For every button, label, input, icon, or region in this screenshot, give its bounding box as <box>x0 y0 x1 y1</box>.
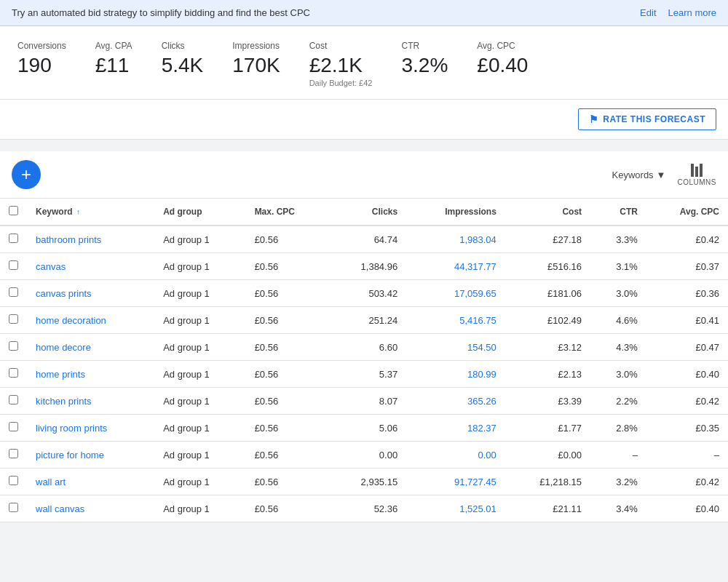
checkbox-6[interactable] <box>9 395 18 404</box>
max-cpc-cell-9: £0.56 <box>246 469 329 495</box>
checkbox-7[interactable] <box>9 422 18 431</box>
keyword-cell-2[interactable]: canvas prints <box>27 280 154 307</box>
impressions-cell-3[interactable]: 5,416.75 <box>406 307 505 334</box>
impressions-cell-9[interactable]: 91,727.45 <box>406 469 505 495</box>
stat-value: £2.1K <box>309 54 373 77</box>
stat-label: Avg. CPC <box>477 41 528 51</box>
impressions-cell-8[interactable]: 0.00 <box>406 442 505 469</box>
ctr-cell-8: – <box>590 442 646 469</box>
impressions-cell-4[interactable]: 154.50 <box>406 334 505 361</box>
checkbox-3[interactable] <box>9 314 18 324</box>
impressions-cell-7[interactable]: 182.37 <box>406 415 505 442</box>
checkbox-0[interactable] <box>9 234 18 243</box>
stat-value: 170K <box>232 54 280 77</box>
stats-row: Conversions 190 Avg. CPA £11 Clicks 5.4K… <box>17 41 711 87</box>
clicks-cell-9: 2,935.15 <box>328 469 406 495</box>
col-header-8[interactable]: Avg. CPC <box>646 199 728 226</box>
table-row: living room printsAd group 1£0.565.06182… <box>0 415 728 442</box>
col-header-2[interactable]: Ad group <box>154 199 245 226</box>
ctr-cell-3: 4.6% <box>590 307 646 334</box>
columns-button[interactable]: COLUMNS <box>677 164 716 186</box>
ctr-cell-9: 3.2% <box>590 469 646 495</box>
col-header-1[interactable]: Keyword ↑ <box>27 199 154 226</box>
max-cpc-cell-1: £0.56 <box>246 253 329 280</box>
ad-group-cell-6: Ad group 1 <box>154 388 245 415</box>
max-cpc-cell-3: £0.56 <box>246 307 329 334</box>
impressions-cell-1[interactable]: 44,317.77 <box>406 253 505 280</box>
keyword-cell-8[interactable]: picture for home <box>27 442 154 469</box>
edit-link[interactable]: Edit <box>640 7 656 18</box>
impressions-cell-10[interactable]: 1,525.01 <box>406 495 505 522</box>
row-checkbox-8 <box>0 442 27 469</box>
forecast-row: ⚑ RATE THIS FORECAST <box>0 100 728 140</box>
table-section: + Keywords ▼ COLUMNS Keyword ↑Ad groupMa… <box>0 151 728 522</box>
ad-group-cell-9: Ad group 1 <box>154 469 245 495</box>
keywords-label: Keywords <box>612 170 654 180</box>
keyword-cell-0[interactable]: bathroom prints <box>27 226 154 253</box>
col-header-5[interactable]: Impressions <box>406 199 505 226</box>
col-header-4[interactable]: Clicks <box>328 199 406 226</box>
col-header-6[interactable]: Cost <box>505 199 590 226</box>
col-bar-1 <box>691 164 694 177</box>
keyword-cell-6[interactable]: kitchen prints <box>27 388 154 415</box>
ad-group-cell-0: Ad group 1 <box>154 226 245 253</box>
cost-cell-6: £3.39 <box>505 388 590 415</box>
row-checkbox-7 <box>0 415 27 442</box>
max-cpc-cell-0: £0.56 <box>246 226 329 253</box>
table-row: wall canvasAd group 1£0.5652.361,525.01£… <box>0 495 728 522</box>
cost-cell-5: £2.13 <box>505 361 590 388</box>
keyword-cell-1[interactable]: canvas <box>27 253 154 280</box>
checkbox-10[interactable] <box>9 503 18 512</box>
stat-label: Cost <box>309 41 373 51</box>
impressions-cell-0[interactable]: 1,983.04 <box>406 226 505 253</box>
avg-cpc-cell-5: £0.40 <box>646 361 728 388</box>
ad-group-cell-5: Ad group 1 <box>154 361 245 388</box>
columns-icon <box>691 164 703 177</box>
table-row: picture for homeAd group 1£0.560.000.00£… <box>0 442 728 469</box>
impressions-cell-2[interactable]: 17,059.65 <box>406 280 505 307</box>
keyword-cell-7[interactable]: living room prints <box>27 415 154 442</box>
cost-cell-10: £21.11 <box>505 495 590 522</box>
select-all-checkbox[interactable] <box>9 206 18 215</box>
keyword-cell-3[interactable]: home decoration <box>27 307 154 334</box>
stat-label: Impressions <box>232 41 280 51</box>
learn-more-link[interactable]: Learn more <box>668 7 716 18</box>
ctr-cell-2: 3.0% <box>590 280 646 307</box>
stat-sub: Daily Budget: £42 <box>309 79 373 87</box>
rate-forecast-button[interactable]: ⚑ RATE THIS FORECAST <box>578 108 716 130</box>
ad-group-cell-10: Ad group 1 <box>154 495 245 522</box>
impressions-cell-6[interactable]: 365.26 <box>406 388 505 415</box>
max-cpc-cell-2: £0.56 <box>246 280 329 307</box>
stat-item-cost: Cost £2.1K Daily Budget: £42 <box>309 41 373 87</box>
max-cpc-cell-7: £0.56 <box>246 415 329 442</box>
add-keyword-button[interactable]: + <box>12 160 41 189</box>
col-header-7[interactable]: CTR <box>590 199 646 226</box>
clicks-cell-2: 503.42 <box>328 280 406 307</box>
stat-item-clicks: Clicks 5.4K <box>162 41 204 77</box>
ctr-cell-10: 3.4% <box>590 495 646 522</box>
checkbox-1[interactable] <box>9 260 18 270</box>
checkbox-9[interactable] <box>9 476 18 485</box>
checkbox-5[interactable] <box>9 368 18 378</box>
row-checkbox-0 <box>0 226 27 253</box>
keywords-dropdown[interactable]: Keywords ▼ <box>612 170 666 180</box>
cost-cell-1: £516.16 <box>505 253 590 280</box>
checkbox-4[interactable] <box>9 341 18 351</box>
stat-item-avg.-cpa: Avg. CPA £11 <box>95 41 132 77</box>
table-row: home decorationAd group 1£0.56251.245,41… <box>0 307 728 334</box>
checkbox-8[interactable] <box>9 449 18 458</box>
col-header-3[interactable]: Max. CPC <box>246 199 329 226</box>
keyword-cell-5[interactable]: home prints <box>27 361 154 388</box>
ad-group-cell-1: Ad group 1 <box>154 253 245 280</box>
keyword-cell-4[interactable]: home decore <box>27 334 154 361</box>
keyword-cell-10[interactable]: wall canvas <box>27 495 154 522</box>
stat-label: Avg. CPA <box>95 41 132 51</box>
cost-cell-8: £0.00 <box>505 442 590 469</box>
max-cpc-cell-10: £0.56 <box>246 495 329 522</box>
row-checkbox-3 <box>0 307 27 334</box>
impressions-cell-5[interactable]: 180.99 <box>406 361 505 388</box>
table-row: kitchen printsAd group 1£0.568.07365.26£… <box>0 388 728 415</box>
keyword-cell-9[interactable]: wall art <box>27 469 154 495</box>
checkbox-2[interactable] <box>9 287 18 297</box>
table-row: wall artAd group 1£0.562,935.1591,727.45… <box>0 469 728 495</box>
